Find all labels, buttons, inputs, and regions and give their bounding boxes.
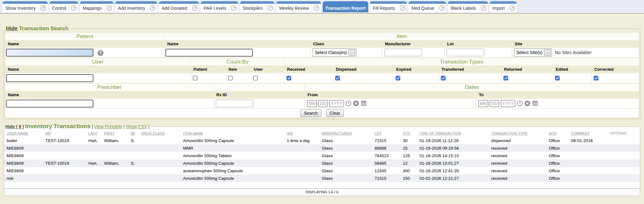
tab-control[interactable]: Control [49,1,78,12]
column-header-manufacturer[interactable]: MANUFACTURER [320,130,373,137]
tab-import[interactable]: Import [490,1,517,12]
transaction-type-dispensed-checkbox[interactable] [335,76,340,80]
tab-med-queue[interactable]: Med Queue [408,1,446,12]
cell-user-name: mie [4,174,43,182]
open-in-new-icon[interactable] [148,5,157,11]
transaction-type-transferred-checkbox[interactable] [441,76,446,80]
tab-bar: Show InventoryControlMappingsAdd Invento… [0,0,644,12]
select-classes-ellipsis-button[interactable]: ... [348,49,355,56]
cell-mi [129,152,139,159]
column-header-site[interactable]: SITE [547,130,569,137]
cell-sig [285,152,320,159]
column-header-sig[interactable]: SIG [285,130,320,137]
open-in-new-icon[interactable] [508,5,517,11]
column-header-mi[interactable]: MI [129,130,139,137]
count-by-user-checkbox[interactable] [253,76,258,80]
transaction-type-expired-checkbox[interactable] [396,76,400,80]
open-in-new-icon[interactable] [398,5,407,11]
prescriber-name-input[interactable] [6,100,93,108]
manufacturer-input[interactable] [384,49,422,56]
count-by-item-checkbox[interactable] [228,76,233,80]
tab-label: Control [49,6,69,11]
to-day-input[interactable] [490,100,499,107]
transaction-row: MIE8809MMRGlaxo888882501-19-2026 09:19:5… [4,144,640,152]
tab-mappings[interactable]: Mappings [80,1,114,12]
show-csv-link[interactable]: Show CSV [126,124,147,129]
open-in-new-icon[interactable] [69,5,78,11]
transaction-type-edited-checkbox[interactable] [555,76,560,80]
select-sites-ellipsis-button[interactable]: ... [544,49,551,56]
open-in-new-icon[interactable] [479,5,488,11]
to-calendar-icon[interactable] [532,100,538,107]
open-in-new-icon[interactable] [437,5,446,11]
open-in-new-icon[interactable] [266,5,275,11]
open-in-new-icon[interactable] [39,5,48,11]
from-time-icon[interactable] [345,100,352,107]
column-header-last[interactable]: LAST [86,130,102,137]
hide-results-link[interactable]: Hide ( 6 ) [5,124,24,129]
rx-id-input[interactable] [216,100,253,107]
dates-section-header: Dates [305,84,639,91]
cell-first [102,152,129,159]
from-month-input[interactable] [307,100,317,107]
lot-input[interactable] [447,49,484,56]
cell-manufacturer: Glaxo [320,174,373,182]
cell-comment [569,144,608,152]
cell-first [102,144,129,152]
help-icon[interactable]: ? [97,50,103,56]
tab-par-levels[interactable]: PAR Levels [201,1,238,12]
open-in-new-icon[interactable] [190,5,199,11]
tab-fill-reports[interactable]: Fill Reports [370,1,407,12]
column-header-comment[interactable]: COMMENT [569,130,608,137]
from-clear-icon[interactable] [353,100,359,107]
open-in-new-icon[interactable] [312,5,321,11]
to-year-input[interactable] [501,100,515,107]
column-header-drug-class[interactable]: DRUG CLASS [139,130,181,137]
to-time-icon[interactable] [517,100,523,107]
from-day-input[interactable] [318,100,328,107]
search-button[interactable]: Search [300,109,321,117]
user-name-input[interactable] [6,74,93,82]
tab-stockpiles[interactable]: Stockpiles [240,1,275,12]
from-calendar-icon[interactable] [360,100,367,107]
to-clear-icon[interactable] [524,100,530,107]
from-year-input[interactable] [329,100,344,107]
select-classes-control[interactable]: Select Class(es)... [313,48,356,57]
select-sites-control[interactable]: Select Site(s)... [514,48,552,57]
to-month-input[interactable] [478,100,488,107]
tab-blank-labels[interactable]: Blank Labels [448,1,488,12]
cell-lot: 72315 [373,137,401,144]
cell-mi [129,167,139,174]
tab-show-inventory[interactable]: Show Inventory [3,1,48,12]
hide-search-link[interactable]: Hide [6,25,18,31]
column-header-time-of-transaction[interactable]: TIME OF TRANSACTION [418,130,489,137]
transaction-type-dispensed-cell [333,73,393,83]
column-header-lot[interactable]: LOT [373,130,401,137]
view-printable-link[interactable]: View Printable [94,124,122,129]
tab-weekly-review[interactable]: Weekly Review [276,1,321,12]
column-header-item-name[interactable]: ITEM NAME [181,130,285,137]
cell-transaction-type: received [489,159,547,167]
count-by-item-cell [226,73,251,83]
tab-transaction-report[interactable]: Transaction Report [323,1,369,12]
column-header-qty[interactable]: QTY [401,130,418,137]
tab-add-donated[interactable]: Add Donated [159,1,199,12]
transaction-type-transferred-label: Transferred [439,66,501,73]
open-in-new-icon[interactable] [105,5,114,11]
item-name-input[interactable] [165,49,253,57]
clear-button[interactable]: Clear [326,109,343,117]
transaction-type-received-checkbox[interactable] [286,76,291,80]
column-header-first[interactable]: FIRST [102,130,129,137]
transaction-type-returned-checkbox[interactable] [503,76,508,80]
cell-mr [43,152,86,159]
transaction-type-corrected-checkbox[interactable] [594,76,598,80]
column-header-mr[interactable]: MR [43,130,86,137]
column-header-user-name[interactable]: USER NAME [4,130,43,137]
cell-time-of-transaction: 02-02-2026 12:21:27 [418,174,489,182]
cell-comment [569,167,608,174]
open-in-new-icon[interactable] [230,5,238,11]
tab-add-inventory[interactable]: Add Inventory [115,1,157,12]
patient-name-input[interactable] [6,49,93,57]
count-by-patient-checkbox[interactable] [193,76,197,80]
column-header-transaction-type[interactable]: TRANSACTION TYPE [489,130,547,137]
